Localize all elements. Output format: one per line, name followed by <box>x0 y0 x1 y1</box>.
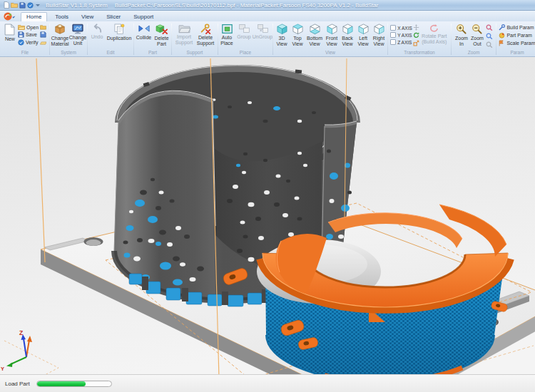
app-title: BuildStar V1.1.8 System <box>46 2 108 9</box>
auto-place-button[interactable]: Auto Place <box>218 24 235 46</box>
new-label: New <box>5 36 15 42</box>
view-front-label: Front View <box>325 36 339 46</box>
tab-tools[interactable]: Tools <box>50 13 73 21</box>
zoom-in-button[interactable]: Zoom In <box>454 24 469 46</box>
delete-part-button[interactable]: Delete Part <box>153 24 170 46</box>
open-folder-icon <box>18 24 25 30</box>
new-document-icon <box>4 24 15 36</box>
view-left-button[interactable]: Left View <box>355 24 371 46</box>
x-axis-checkbox[interactable] <box>390 25 396 31</box>
quick-access-toolbar <box>4 1 40 9</box>
zoom-out-button[interactable]: Zoom Out <box>469 24 485 46</box>
zoom-selection-button[interactable] <box>486 41 493 48</box>
ribbon-group-file: New Open Save Verify File <box>1 22 49 56</box>
view-right-button[interactable]: Right View <box>371 24 387 46</box>
quick-new-button[interactable] <box>4 1 9 9</box>
ribbon-group-transformation: X AXIS Y AXIS Z AXIS Rotate Part (Build … <box>388 22 451 56</box>
view-3d-label: 3D View <box>275 36 289 46</box>
delete-support-label: Delete Support <box>195 35 215 46</box>
statusbar: Load Part <box>0 374 535 392</box>
group-label-place: Place <box>218 50 272 56</box>
view-front-button[interactable]: Front View <box>324 24 340 46</box>
group-label-param: Param <box>496 50 535 56</box>
document-title: BuildPacket:C:\FarsoonSLS\build\20170112… <box>115 2 379 9</box>
scale-param-label: Scale Param <box>506 41 535 46</box>
ungroup-button[interactable]: UnGroup <box>253 24 272 40</box>
rotate-free-button[interactable] <box>413 32 419 38</box>
tab-home[interactable]: Home <box>21 12 47 21</box>
change-unit-button[interactable]: Change Unit <box>69 24 86 46</box>
quick-save-button[interactable] <box>19 2 26 9</box>
ribbon-group-system: Change Material Change Unit System <box>50 22 87 56</box>
y-axis-row: Y AXIS <box>390 32 412 38</box>
quick-open-button[interactable] <box>11 2 18 8</box>
quick-verify-button[interactable] <box>27 2 34 9</box>
scale-icon <box>413 40 419 46</box>
verify-button[interactable]: Verify <box>18 39 39 46</box>
cube-bottom-icon <box>309 24 321 35</box>
x-axis-label: X AXIS <box>397 26 412 31</box>
verify-label: Verify <box>26 40 39 45</box>
rotate-part-build-axis-button[interactable]: Rotate Part (Build Axis) <box>420 24 449 44</box>
verify-icon <box>27 2 34 9</box>
ribbon-group-zoom: Zoom In Zoom Out Zoom <box>452 22 496 56</box>
change-unit-label: Change Unit <box>69 35 87 46</box>
y-axis-checkbox[interactable] <box>390 32 396 38</box>
collide-button[interactable]: Collide <box>135 24 153 41</box>
duplicate-pages-icon <box>114 24 125 35</box>
tab-support[interactable]: Support <box>128 13 158 21</box>
view-bottom-button[interactable]: Bottom View <box>305 24 324 46</box>
cube-back-icon <box>342 24 354 35</box>
delete-cube-icon <box>156 24 168 35</box>
group-icon <box>238 24 250 33</box>
delete-support-button[interactable]: Delete Support <box>195 24 216 46</box>
app-menu-button[interactable] <box>2 12 21 21</box>
scale-param-button[interactable]: Scale Param <box>499 40 535 46</box>
zoom-window-button[interactable] <box>486 24 493 31</box>
part-param-button[interactable]: Part Param <box>499 32 535 38</box>
cube-top-icon <box>292 24 304 35</box>
rotate-part-icon <box>429 24 439 33</box>
group-button[interactable]: Group <box>235 24 253 40</box>
view-3d-button[interactable]: 3D View <box>274 24 290 46</box>
change-material-label: Change Material <box>51 36 69 46</box>
group-label-support: Support <box>172 50 218 56</box>
zoom-all-button[interactable] <box>486 33 493 40</box>
cube-left-icon <box>357 24 370 35</box>
view-back-label: Back View <box>340 36 355 46</box>
save-button[interactable]: Save <box>18 31 39 38</box>
group-label-view: View <box>273 50 387 56</box>
change-material-button[interactable]: Change Material <box>51 24 69 46</box>
build-param-label: Build Param <box>506 25 534 30</box>
ribbon-group-support: Import Support Delete Support Support <box>172 22 218 56</box>
new-button[interactable]: New <box>3 24 17 42</box>
view-top-button[interactable]: Top View <box>290 24 305 46</box>
open-button[interactable]: Open <box>18 24 39 30</box>
open-build-small-button[interactable] <box>40 24 46 30</box>
dropdown-caret-icon[interactable] <box>36 4 40 6</box>
cube-3d-icon <box>276 24 288 35</box>
view-bottom-label: Bottom View <box>306 36 323 46</box>
z-axis-checkbox[interactable] <box>390 39 396 45</box>
zoom-out-label: Zoom Out <box>470 36 484 46</box>
import-support-button[interactable]: Import Support <box>173 24 195 45</box>
verify-icon <box>18 39 24 46</box>
save-floppy-icon <box>19 2 26 9</box>
delete-part-label: Delete Part <box>153 36 170 46</box>
viewport-3d[interactable]: Z Y <box>0 57 535 374</box>
save-build-small-button[interactable] <box>40 31 46 38</box>
build-param-button[interactable]: Build Param <box>499 24 535 31</box>
tab-slicer[interactable]: Slicer <box>101 13 126 21</box>
move-icon <box>413 24 419 31</box>
move-part-button[interactable] <box>413 24 419 31</box>
z-axis-label: Z AXIS <box>397 40 412 45</box>
tab-view[interactable]: View <box>76 13 98 21</box>
view-back-button[interactable]: Back View <box>340 24 355 46</box>
new-document-icon <box>4 1 9 9</box>
recent-small-button[interactable] <box>40 39 46 45</box>
undo-button[interactable]: Undo <box>88 24 106 40</box>
duplication-button[interactable]: Duplication <box>106 24 133 41</box>
import-folder-icon <box>178 24 190 33</box>
viewport-3d-scene[interactable]: Z Y <box>0 57 535 374</box>
scale-part-button[interactable] <box>413 40 419 46</box>
